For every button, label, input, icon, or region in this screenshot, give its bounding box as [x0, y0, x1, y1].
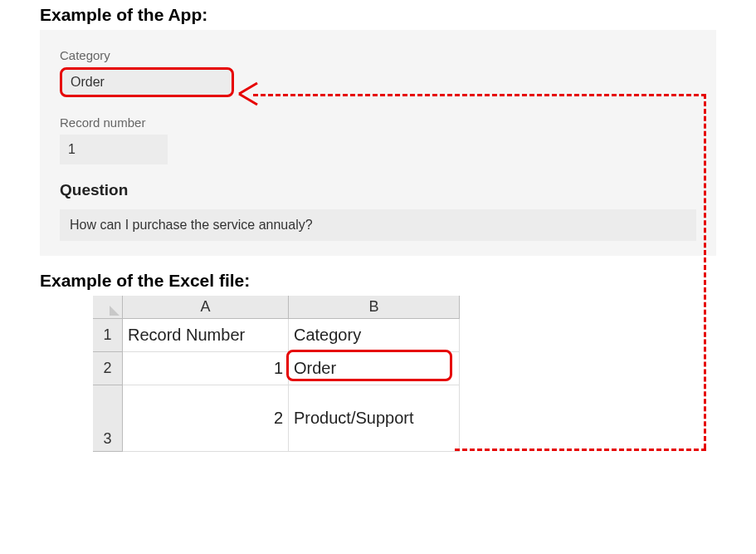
record-number-value: 1	[68, 142, 76, 157]
connector-line-icon	[455, 449, 706, 451]
excel-row-3-header: 3	[93, 385, 123, 452]
excel-row-1-header: 1	[93, 319, 123, 352]
excel-cell-b2: Order	[289, 352, 460, 385]
category-label: Category	[60, 48, 696, 62]
excel-cell-a3: 2	[123, 385, 289, 452]
excel-cell-a1: Record Number	[123, 319, 289, 352]
excel-cell-b3: Product/Support	[289, 385, 460, 452]
excel-cell-b2-text: Order	[294, 359, 336, 378]
question-value: How can I purchase the service annualy?	[70, 218, 313, 233]
category-value: Order	[71, 75, 105, 90]
question-value-box: How can I purchase the service annualy?	[60, 209, 696, 241]
category-value-box: Order	[60, 67, 234, 97]
excel-col-a-header: A	[123, 296, 289, 319]
excel-col-b-header: B	[289, 296, 460, 319]
excel-cell-a2: 1	[123, 352, 289, 385]
app-panel: Category Order Record number 1 Question …	[40, 30, 716, 256]
record-number-value-box: 1	[60, 135, 168, 164]
question-heading: Question	[60, 181, 696, 199]
excel-corner-cell	[93, 296, 123, 319]
excel-row-2-header: 2	[93, 352, 123, 385]
heading-app-example: Example of the App:	[0, 0, 756, 25]
heading-excel-example: Example of the Excel file:	[0, 256, 756, 291]
excel-grid: A B 1 Record Number Category 2 1 Order 3…	[93, 296, 460, 452]
record-number-label: Record number	[60, 115, 696, 130]
excel-cell-b1: Category	[289, 319, 460, 352]
